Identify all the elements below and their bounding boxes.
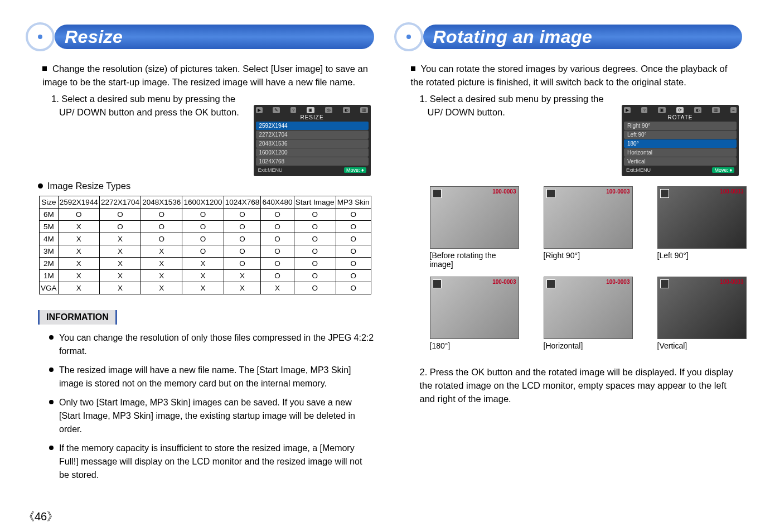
menu-move: Move: ♦ <box>712 167 734 173</box>
section-heading-rotate: Rotating an image <box>396 22 743 51</box>
square-bullet-icon <box>411 66 415 71</box>
menu-item: Vertical <box>624 157 737 166</box>
resize-menu: ▶✎? ▣ ◎◐▥ RESIZE 2592X1944 2272X1704 204… <box>254 105 371 176</box>
info-item: Only two [Start Image, MP3 Skin] images … <box>49 396 374 436</box>
menu-item: 2272X1704 <box>256 130 369 139</box>
thumb-caption: [Horizontal] <box>544 341 633 350</box>
thumb-horizontal: 100-0003 [Horizontal] <box>544 277 633 350</box>
heading-title: Rotating an image <box>433 27 593 47</box>
information-block: INFORMATION You can change the resolutio… <box>38 310 374 482</box>
table-row: 6MOOOOOOOO <box>40 208 371 220</box>
table-row: 2MXXXXOOOO <box>40 257 371 269</box>
heading-bullet-icon <box>394 22 423 51</box>
menu-item: Horizontal <box>624 148 737 157</box>
resize-table: Size 2592X1944 2272X1704 2048X1536 1600X… <box>39 196 371 294</box>
dot-bullet-icon <box>38 183 43 188</box>
menu-item: Left 90° <box>624 130 737 139</box>
image-id-tag: 100-0003 <box>492 279 516 285</box>
table-row: VGAXXXXXXOO <box>40 282 371 294</box>
thumb-caption: [Vertical] <box>657 341 747 350</box>
image-id-tag: 100-0003 <box>606 188 629 195</box>
table-row: 1MXXXXXOOO <box>40 269 371 282</box>
thumb-caption: [Left 90°] <box>657 251 747 260</box>
menu-exit: Exit:MENU <box>258 167 283 173</box>
menu-item: 2592X1944 <box>256 122 369 130</box>
square-bullet-icon <box>42 66 47 71</box>
image-id-tag: 100-0003 <box>720 188 743 195</box>
menu-item: 1600X1200 <box>256 148 369 157</box>
menu-item: Right 90° <box>624 122 737 130</box>
menu-item: 1024X768 <box>256 157 369 166</box>
info-item: The resized image will have a new file n… <box>49 364 374 390</box>
thumb-caption: [180°] <box>430 341 519 350</box>
thumb-caption: [Before rotating the image] <box>430 251 519 269</box>
thumb-caption: [Right 90°] <box>544 251 633 260</box>
table-header-row: Size 2592X1944 2272X1704 2048X1536 1600X… <box>40 196 371 208</box>
resize-types-label: Image Resize Types <box>38 181 374 191</box>
image-id-tag: 100-0003 <box>606 279 629 285</box>
menu-tab-row: ▶✎? ▣ ◎◐▥ <box>256 107 369 113</box>
thumb-vertical: 100-0003 [Vertical] <box>657 277 747 350</box>
resize-intro: Change the resolution (size) of pictures… <box>42 62 374 89</box>
thumb-180: 100-0003 [180°] <box>430 277 519 350</box>
menu-item: 180° <box>624 139 737 148</box>
table-row: 4MXXOOOOOO <box>40 233 371 245</box>
page-number: 《46》 <box>23 509 58 524</box>
menu-title: ROTATE <box>624 114 737 120</box>
info-item: If the memory capacity is insufficient t… <box>49 442 374 482</box>
information-title: INFORMATION <box>38 310 117 325</box>
table-row: 3MXXXOOOOO <box>40 245 371 257</box>
rotate-menu: ▶?▣ ⟳ ◐▥≡ ROTATE Right 90° Left 90° 180°… <box>622 105 739 176</box>
menu-tab-row: ▶?▣ ⟳ ◐▥≡ <box>624 107 737 113</box>
menu-move: Move: ♦ <box>344 167 366 173</box>
menu-item: 2048X1536 <box>256 139 369 148</box>
image-id-tag: 100-0003 <box>720 279 743 285</box>
menu-exit: Exit:MENU <box>626 167 651 173</box>
thumb-before: 100-0003 [Before rotating the image] <box>430 186 519 269</box>
rotate-intro: You can rotate the stored images by vari… <box>411 62 743 89</box>
thumb-right90: 100-0003 [Right 90°] <box>544 186 633 269</box>
image-id-tag: 100-0003 <box>492 188 516 195</box>
menu-title: RESIZE <box>256 114 369 120</box>
rotate-step2: 2. Press the OK button and the rotated i… <box>420 366 743 406</box>
table-row: 5MXOOOOOOO <box>40 220 371 233</box>
section-heading-resize: Resize <box>28 22 374 51</box>
thumb-left90: 100-0003 [Left 90°] <box>657 186 747 269</box>
info-item: You can change the resolution of only th… <box>49 331 374 358</box>
heading-bullet-icon <box>26 22 55 51</box>
heading-title: Resize <box>65 27 123 47</box>
